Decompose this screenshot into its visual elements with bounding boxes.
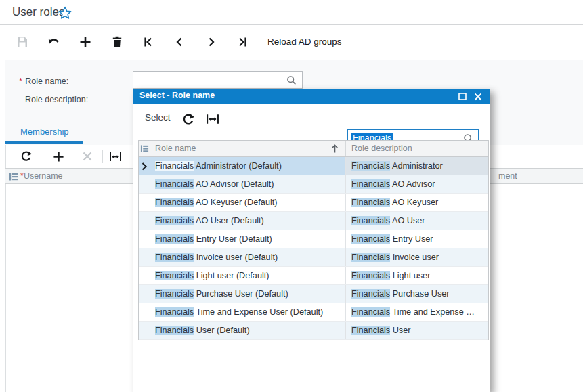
refresh-icon — [20, 150, 33, 162]
role-table-row[interactable]: Financials AO User (Default)Financials A… — [139, 212, 488, 230]
grid-delete-row-button[interactable] — [79, 148, 95, 165]
row-selector-cell[interactable] — [139, 230, 150, 248]
column-header-role-description[interactable]: Role description — [346, 141, 488, 156]
search-match-highlight: Financials — [155, 198, 194, 207]
role-name-input[interactable] — [133, 71, 303, 89]
row-selector-cell[interactable] — [139, 157, 150, 175]
search-match-highlight: Financials — [155, 289, 194, 299]
role-description-label: Role description: — [25, 93, 88, 105]
role-name-cell[interactable]: Financials AO Keyuser (Default) — [150, 194, 346, 211]
select-role-dialog: Select - Role name Select — [133, 89, 490, 392]
go-previous-button[interactable] — [171, 33, 188, 51]
add-button[interactable] — [77, 33, 94, 51]
dialog-fit-width-button[interactable] — [204, 111, 221, 127]
row-selector-cell[interactable] — [139, 322, 150, 339]
dialog-refresh-button[interactable] — [180, 111, 196, 127]
save-button[interactable] — [14, 33, 31, 51]
grid-add-row-button[interactable] — [50, 148, 66, 165]
role-table-row[interactable]: Financials Purchase User (Default)Financ… — [139, 285, 488, 303]
go-last-button[interactable] — [234, 33, 251, 51]
x-icon — [82, 151, 93, 162]
dialog-maximize-button[interactable] — [457, 91, 468, 102]
role-table-row[interactable]: Financials AO Advisor (Default)Financial… — [139, 175, 488, 194]
search-match-highlight: Financials — [155, 271, 194, 280]
toolbar-separator — [102, 150, 103, 163]
row-selector-cell[interactable] — [139, 248, 150, 266]
row-selector-cell[interactable] — [139, 212, 150, 230]
save-icon — [16, 36, 28, 48]
role-description-cell[interactable]: Financials Light user — [346, 267, 488, 284]
tabstrip-border — [5, 144, 133, 144]
dialog-title: Select - Role name — [139, 91, 215, 100]
role-name-cell[interactable]: Financials Invoice user (Default) — [150, 248, 346, 266]
dialog-toolbar: Select Financials — [133, 104, 490, 136]
last-record-icon — [236, 36, 249, 48]
search-match-highlight: Financials — [351, 216, 390, 225]
grid-settings-icon — [140, 144, 149, 153]
role-table-row[interactable]: Financials Invoice user (Default)Financi… — [139, 248, 488, 267]
plus-icon — [79, 36, 91, 48]
role-description-cell[interactable]: Financials AO Keyuser — [346, 194, 488, 211]
username-column-header[interactable]: *Username — [20, 171, 63, 181]
role-description-cell[interactable]: Financials User — [346, 322, 488, 339]
user-roles-screen: User roles — [0, 0, 583, 392]
search-match-highlight: Financials — [351, 161, 390, 171]
search-match-highlight: Financials — [155, 326, 194, 335]
grid-refresh-button[interactable] — [18, 148, 35, 165]
role-description-cell[interactable]: Financials Time and Expense User — [346, 303, 488, 321]
role-name-cell[interactable]: Financials Entry User (Default) — [150, 230, 346, 248]
role-table-row[interactable]: Financials Light user (Default)Financial… — [139, 267, 488, 285]
role-name-cell[interactable]: Financials Time and Expense User (Defaul… — [150, 303, 346, 321]
grid-fit-width-button[interactable] — [107, 148, 123, 165]
reload-ad-groups-button[interactable]: Reload AD groups — [267, 37, 342, 47]
refresh-icon — [182, 113, 195, 126]
comment-column-header-fragment[interactable]: ment — [498, 171, 517, 181]
search-match-highlight: Financials — [351, 289, 390, 299]
favorite-star-icon[interactable] — [58, 6, 72, 20]
role-name-cell[interactable]: Financials User (Default) — [150, 322, 346, 339]
search-match-highlight: Financials — [351, 253, 390, 262]
row-selector-cell[interactable] — [139, 175, 150, 193]
role-name-cell[interactable]: Financials AO Advisor (Default) — [150, 175, 346, 193]
column-header-role-name[interactable]: Role name — [150, 141, 346, 156]
search-match-highlight: Financials — [351, 326, 390, 335]
go-first-button[interactable] — [139, 33, 157, 51]
delete-button[interactable] — [108, 33, 126, 51]
lookup-magnifier-icon[interactable] — [286, 75, 297, 85]
role-description-cell[interactable]: Financials AO Advisor — [346, 175, 488, 193]
row-selector-cell[interactable] — [139, 303, 150, 321]
grid-settings-icon[interactable] — [9, 172, 18, 181]
role-name-cell[interactable]: Financials Purchase User (Default) — [150, 285, 346, 303]
fit-width-icon — [109, 151, 122, 162]
roles-table-header: Role name Role description — [139, 141, 488, 157]
dialog-titlebar[interactable]: Select - Role name — [133, 89, 490, 104]
role-description-cell[interactable]: Financials AO User — [346, 212, 488, 230]
role-name-cell[interactable]: Financials Administrator (Default) — [150, 157, 346, 175]
row-selector-cell[interactable] — [139, 267, 150, 284]
go-next-button[interactable] — [202, 33, 220, 51]
role-description-cell[interactable]: Financials Purchase User — [346, 285, 488, 303]
role-table-row[interactable]: Financials Administrator (Default)Financ… — [139, 157, 488, 175]
role-table-row[interactable]: Financials Time and Expense User (Defaul… — [139, 303, 488, 322]
role-description-cell[interactable]: Financials Entry User — [346, 230, 488, 248]
undo-button[interactable] — [45, 33, 63, 51]
role-table-row[interactable]: Financials Entry User (Default)Financial… — [139, 230, 488, 248]
trash-icon — [111, 36, 123, 48]
row-selector-cell[interactable] — [139, 285, 150, 303]
role-table-row[interactable]: Financials AO Keyuser (Default)Financial… — [139, 194, 488, 212]
role-name-cell[interactable]: Financials AO User (Default) — [150, 212, 346, 230]
row-selector-header[interactable] — [139, 141, 150, 156]
role-table-row[interactable]: Financials User (Default)Financials User — [139, 322, 488, 340]
role-name-cell[interactable]: Financials Light user (Default) — [150, 267, 346, 284]
select-button[interactable]: Select — [145, 112, 171, 123]
row-selector-cell[interactable] — [139, 194, 150, 211]
header-divider — [0, 24, 583, 25]
role-description-cell[interactable]: Financials Invoice user — [346, 248, 488, 266]
role-description-cell[interactable]: Financials Administrator — [346, 157, 488, 175]
dialog-close-button[interactable] — [473, 91, 483, 102]
tab-membership[interactable]: Membership — [20, 127, 69, 137]
close-icon — [474, 93, 482, 101]
previous-record-icon — [173, 36, 186, 48]
maximize-icon — [458, 93, 467, 100]
search-match-highlight: Financials — [155, 307, 194, 317]
